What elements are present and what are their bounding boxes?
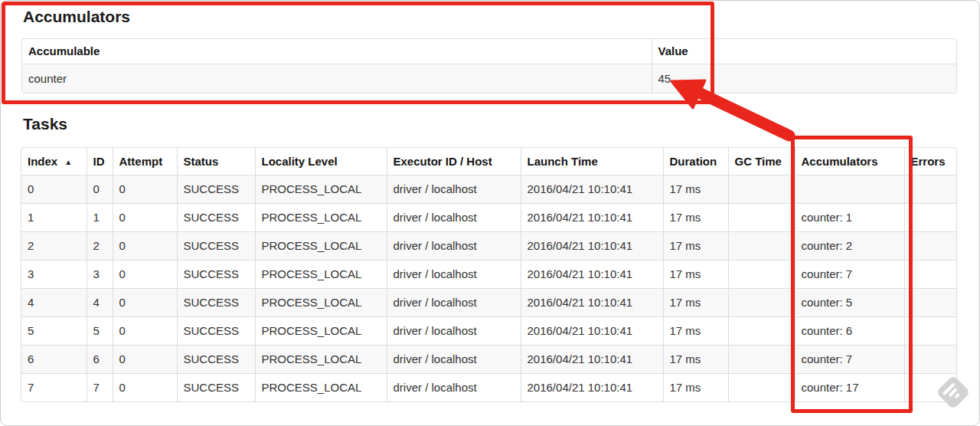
cell-attempt: 0 [113,316,177,345]
cell-executor-id-host: driver / localhost [387,345,521,373]
table-row: 550SUCCESSPROCESS_LOCALdriver / localhos… [21,316,957,345]
cell-errors [904,316,957,345]
column-header-executor-id-host[interactable]: Executor ID / Host [387,148,521,175]
cell-accumulable: counter [22,64,652,93]
cell-errors [904,288,957,316]
cell-duration: 17 ms [663,260,728,288]
cell-duration: 17 ms [663,231,728,260]
column-header-label: GC Time [735,155,782,168]
cell-duration: 17 ms [663,316,728,345]
tasks-table: Index▲IDAttemptStatusLocality LevelExecu… [21,147,957,402]
sort-asc-icon: ▲ [64,158,72,166]
cell-status: SUCCESS [177,260,255,288]
column-header-accumulators[interactable]: Accumulators [795,148,904,175]
column-header-label: Attempt [119,155,163,168]
cell-accumulators: counter: 7 [795,260,904,288]
column-header-duration[interactable]: Duration [663,148,728,175]
column-header-gc-time[interactable]: GC Time [728,148,795,175]
column-header-errors[interactable]: Errors [904,148,957,175]
cell-launch-time: 2016/04/21 10:10:41 [521,316,663,345]
column-header-launch-time[interactable]: Launch Time [521,148,663,175]
cell-locality-level: PROCESS_LOCAL [255,373,387,401]
cell-index: 4 [21,288,87,316]
cell-attempt: 0 [113,345,177,373]
cell-errors [904,345,957,373]
cell-accumulators: counter: 7 [795,345,904,373]
cell-index: 1 [21,203,87,231]
cell-id: 7 [87,373,113,401]
cell-executor-id-host: driver / localhost [387,288,521,316]
cell-accumulators: counter: 1 [795,203,904,231]
cell-id: 2 [87,231,113,260]
cell-attempt: 0 [113,175,177,203]
column-header-locality-level[interactable]: Locality Level [255,148,387,175]
column-header-label: Executor ID / Host [394,155,492,168]
cell-accumulators: counter: 2 [795,231,904,260]
cell-locality-level: PROCESS_LOCAL [255,260,387,288]
cell-index: 3 [21,260,87,288]
cell-id: 0 [87,175,113,203]
cell-gc-time [728,203,795,231]
cell-id: 5 [87,316,113,345]
column-header-accumulable[interactable]: Accumulable [22,39,652,64]
column-header-label: Duration [670,155,717,168]
cell-attempt: 0 [113,288,177,316]
cell-locality-level: PROCESS_LOCAL [255,175,387,203]
tasks-table-header-row: Index▲IDAttemptStatusLocality LevelExecu… [21,148,957,175]
cell-status: SUCCESS [177,203,255,231]
cell-errors [904,175,957,203]
cell-attempt: 0 [113,260,177,288]
cell-index: 7 [21,373,87,401]
cell-id: 1 [87,203,113,231]
cell-attempt: 0 [113,231,177,260]
table-row: 220SUCCESSPROCESS_LOCALdriver / localhos… [21,231,957,260]
column-header-attempt[interactable]: Attempt [113,148,177,175]
cell-locality-level: PROCESS_LOCAL [255,345,387,373]
cell-launch-time: 2016/04/21 10:10:41 [521,175,663,203]
accumulators-table-body: counter45 [22,64,957,93]
cell-value: 45 [652,64,957,93]
column-header-label: Accumulable [28,44,100,57]
table-row: counter45 [22,64,957,93]
accumulators-section-heading: Accumulators [23,8,130,26]
column-header-value[interactable]: Value [652,39,957,64]
cell-gc-time [728,373,795,401]
cell-locality-level: PROCESS_LOCAL [255,288,387,316]
cell-locality-level: PROCESS_LOCAL [255,316,387,345]
cell-duration: 17 ms [663,373,728,401]
table-row: 440SUCCESSPROCESS_LOCALdriver / localhos… [21,288,957,316]
table-row: 330SUCCESSPROCESS_LOCALdriver / localhos… [21,260,957,288]
column-header-label: Launch Time [528,155,598,168]
column-header-label: Value [658,44,688,57]
cell-locality-level: PROCESS_LOCAL [255,231,387,260]
cell-attempt: 0 [113,203,177,231]
cell-launch-time: 2016/04/21 10:10:41 [521,260,663,288]
cell-duration: 17 ms [663,288,728,316]
cell-duration: 17 ms [663,345,728,373]
tasks-section-heading: Tasks [23,115,67,133]
cell-launch-time: 2016/04/21 10:10:41 [521,203,663,231]
cell-status: SUCCESS [177,345,255,373]
cell-status: SUCCESS [177,288,255,316]
table-row: 110SUCCESSPROCESS_LOCALdriver / localhos… [21,203,957,231]
column-header-status[interactable]: Status [177,148,255,175]
cell-executor-id-host: driver / localhost [387,260,521,288]
cell-launch-time: 2016/04/21 10:10:41 [521,373,663,401]
cell-accumulators: counter: 6 [795,316,904,345]
cell-status: SUCCESS [177,316,255,345]
cell-accumulators: counter: 17 [795,373,904,401]
cell-executor-id-host: driver / localhost [387,203,521,231]
cell-index: 2 [21,231,87,260]
cell-accumulators [795,175,904,203]
tasks-table-body: 000SUCCESSPROCESS_LOCALdriver / localhos… [21,175,957,401]
column-header-label: Status [184,155,219,168]
cell-index: 5 [21,316,87,345]
cell-launch-time: 2016/04/21 10:10:41 [521,231,663,260]
cell-id: 3 [87,260,113,288]
column-header-index[interactable]: Index▲ [21,148,87,175]
cell-errors [904,203,957,231]
accumulators-table-header-row: AccumulableValue [22,39,957,64]
cell-errors [904,231,957,260]
column-header-id[interactable]: ID [87,148,113,175]
cell-executor-id-host: driver / localhost [387,231,521,260]
